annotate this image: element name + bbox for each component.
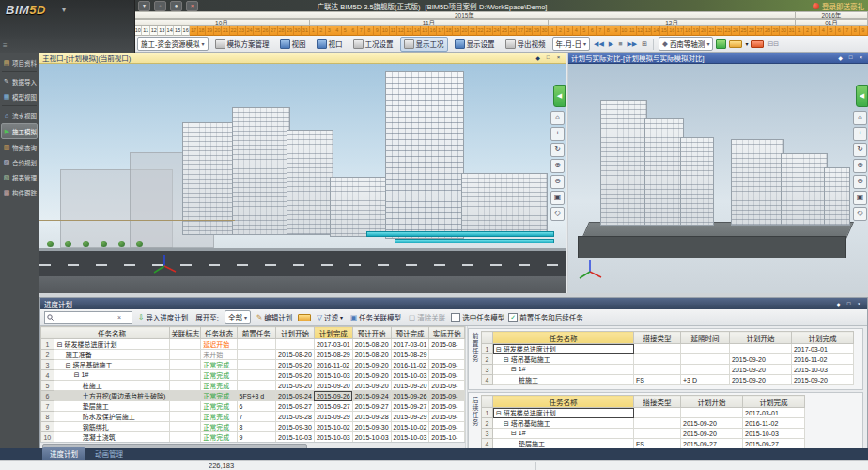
timeline-day[interactable]: 21 [708, 26, 716, 36]
pre-post-tasks-checkbox[interactable]: ✓ 前置任务和后续任务 [508, 312, 583, 322]
link-type-cell[interactable] [634, 408, 681, 418]
timeline-day[interactable]: 25 [740, 26, 748, 36]
timeline-day[interactable]: 13 [158, 26, 165, 36]
column-header[interactable]: 任务名称 [493, 396, 634, 408]
plan-start-cell[interactable]: 2015-09-30 [276, 422, 315, 432]
timeline-day[interactable]: 20 [461, 26, 469, 36]
nav-panel-tab-icon[interactable]: ◀ [553, 85, 566, 107]
viewport-compare-canvas[interactable]: ◀ ⌂ + ↻ ⊕ ⊖ ▣ ◇ [568, 64, 868, 293]
task-name-cell[interactable]: ⊟ 塔吊基础施工 [493, 418, 634, 429]
timeline-day[interactable]: 25 [254, 26, 261, 36]
est-finish-cell[interactable]: 2015-10-03 [391, 370, 429, 381]
assoc-cell[interactable] [170, 432, 201, 443]
row-number[interactable]: 2 [482, 354, 493, 365]
timeline-day[interactable]: 16 [182, 26, 190, 36]
est-finish-cell[interactable]: 2015-10-03 [391, 432, 429, 443]
timeline-day[interactable]: 22 [230, 26, 238, 36]
view-cube-icon[interactable]: ◇ [853, 207, 867, 221]
task-name-cell[interactable]: 混凝土浇筑 [54, 432, 169, 443]
timeline-day[interactable]: 23 [724, 26, 732, 36]
fence-icon[interactable]: ⊟⊟ [767, 40, 780, 48]
plan-finish-cell[interactable]: 2015-10-03 [792, 365, 854, 375]
assoc-cell[interactable] [170, 350, 201, 360]
timeline-day[interactable]: 28 [525, 26, 533, 36]
predecessor-cell[interactable] [237, 370, 276, 381]
column-header[interactable]: 计划开始 [276, 327, 315, 339]
sidebar-item[interactable]: ▧报表管理 [1, 170, 38, 184]
column-header[interactable]: 延隔时间 [681, 332, 730, 344]
status-cell[interactable]: 正常完成 [201, 381, 237, 391]
link-type-cell[interactable] [634, 429, 681, 439]
link-type-cell[interactable] [634, 344, 681, 354]
maximize-icon[interactable]: □ [544, 55, 552, 61]
row-number[interactable]: 3 [41, 360, 54, 370]
predecessor-cell[interactable]: 7 [237, 412, 276, 422]
timeline-day[interactable]: 5 [828, 26, 835, 36]
logo-menu-caret-icon[interactable]: ▾ [62, 6, 66, 14]
row-number[interactable]: 9 [41, 422, 54, 432]
column-header[interactable]: 计划完成 [792, 332, 854, 344]
task-search-box[interactable]: × [44, 311, 132, 324]
column-header[interactable]: 计划开始 [730, 332, 792, 344]
view-angle-dropdown[interactable]: ◆ 西南等轴测▾ [659, 37, 713, 51]
timeline-day[interactable]: 19 [453, 26, 460, 36]
task-row[interactable]: 6土方开挖(周边承台桩头破除)正常完成5FS+3 d2015-09-242015… [41, 391, 465, 401]
column-header[interactable] [482, 396, 493, 408]
timeline-day[interactable]: 6 [836, 26, 844, 36]
task-name-cell[interactable]: ⊟ 1# [493, 365, 634, 375]
assoc-cell[interactable] [170, 360, 201, 370]
plan-finish-cell[interactable]: 2015-09-20 [792, 375, 854, 385]
timeline-day[interactable]: 13 [405, 26, 412, 36]
login-promo[interactable]: 登录即送豪礼 [813, 1, 864, 11]
task-name-cell[interactable]: 土方开挖(周边承台桩头破除) [54, 391, 169, 401]
zoom-out-icon[interactable]: ⊖ [550, 175, 565, 189]
timeline-day[interactable]: 12 [397, 26, 405, 36]
task-row[interactable]: 10混凝土浇筑正常完成92015-10-032015-10-032015-10-… [41, 432, 465, 443]
status-cell[interactable]: 正常完成 [201, 360, 237, 370]
task-row[interactable]: 4垫层施工FS2015-09-272015-09-27 [482, 439, 805, 449]
column-header[interactable]: 计划完成 [743, 396, 805, 408]
task-row[interactable]: 3⊟ 1#2015-09-202015-10-03 [482, 429, 805, 439]
zoom-in-icon[interactable]: ⊕ [853, 159, 867, 173]
est-start-cell[interactable]: 2015-09-27 [352, 401, 391, 412]
timeline-day[interactable]: 27 [517, 26, 524, 36]
task-name-cell[interactable]: 垫层施工 [54, 401, 169, 412]
est-finish-cell[interactable]: 2016-11-02 [391, 360, 429, 370]
timeline-day[interactable]: 29 [286, 26, 293, 36]
milestone-icon[interactable] [298, 314, 311, 321]
plan-start-cell[interactable]: 2015-09-27 [276, 401, 315, 412]
column-header[interactable] [482, 332, 493, 344]
actual-start-cell[interactable] [429, 350, 465, 360]
est-start-cell[interactable]: 2015-08-20 [352, 339, 391, 350]
row-number[interactable]: 7 [41, 401, 54, 412]
timeline-day[interactable]: 12 [637, 26, 644, 36]
edit-plan-button[interactable]: ✎ 编辑计划 [255, 311, 294, 323]
column-header[interactable]: 计划开始 [681, 396, 743, 408]
play-icon[interactable]: ▶ [608, 40, 614, 48]
row-number[interactable]: 4 [482, 439, 493, 449]
timeline-day[interactable]: 10 [381, 26, 389, 36]
gantt-settings-icon[interactable]: ⊞ [641, 40, 648, 48]
timeline-day[interactable]: 9 [374, 26, 381, 36]
timeline-day[interactable]: 30 [294, 26, 302, 36]
lag-cell[interactable] [681, 354, 730, 365]
fit-view-icon[interactable]: ⌂ [550, 111, 565, 125]
timeline-day[interactable]: 21 [469, 26, 476, 36]
est-finish-cell[interactable]: 2017-03-01 [391, 339, 429, 350]
close-icon[interactable]: × [554, 55, 563, 61]
lag-cell[interactable] [681, 344, 730, 354]
sidebar-item[interactable]: ▤项目资料 [1, 55, 38, 70]
row-number[interactable]: 3 [482, 365, 493, 375]
task-row[interactable]: 2⊟ 塔吊基础施工2015-09-202016-11-02 [482, 354, 854, 365]
status-cell[interactable]: 正常完成 [201, 401, 237, 412]
zoom-out-icon[interactable]: ⊖ [853, 175, 867, 189]
status-cell[interactable]: 正常完成 [201, 432, 237, 443]
plan-finish-cell[interactable]: 2015-08-29 [314, 350, 352, 360]
highlight-bar-icon[interactable] [729, 40, 742, 48]
plan-start-cell[interactable]: 2015-09-20 [681, 418, 743, 429]
task-name-cell[interactable]: 桩施工 [54, 381, 169, 391]
task-name-cell[interactable]: 防水及保护层施工 [54, 412, 169, 422]
plan-start-cell[interactable]: 2015-09-20 [730, 354, 792, 365]
row-number[interactable]: 4 [41, 370, 54, 381]
timeline-day[interactable]: 24 [732, 26, 739, 36]
